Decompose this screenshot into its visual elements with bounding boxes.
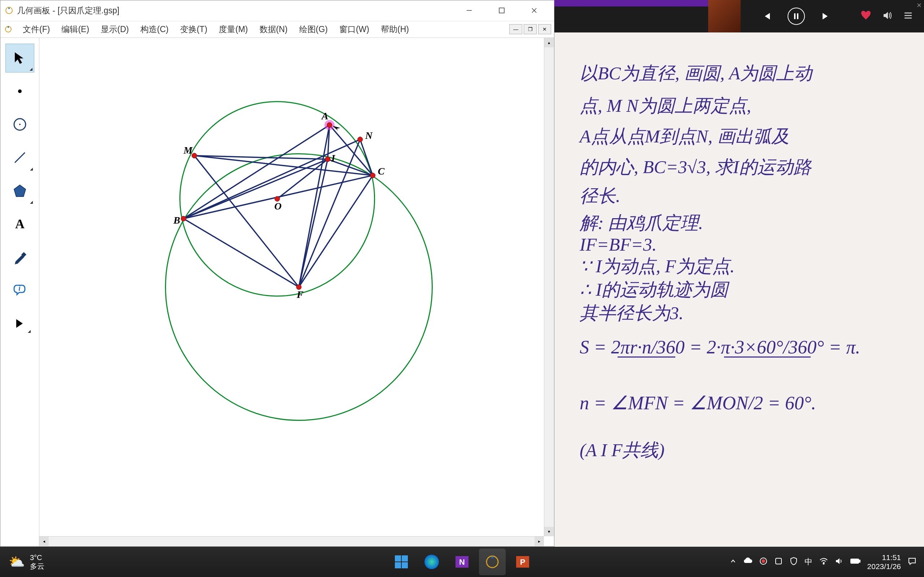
svg-point-80: [491, 556, 493, 559]
menu-file[interactable]: 文件(F): [17, 21, 56, 37]
mdi-controls: — ❐ ✕: [509, 24, 551, 34]
svg-rect-89: [851, 560, 858, 562]
taskbar-gsp[interactable]: [479, 548, 506, 575]
canvas[interactable]: ANMICOBF ▴ ▾ ◂ ▸: [39, 38, 554, 546]
handwriting: 以BC为直径, 画圆, A为圆上动点, M N为圆上两定点,A点从点M到点N, …: [554, 32, 924, 547]
tray-time: 11:51: [867, 553, 901, 562]
system-tray: 中 11:51 2023/1/26: [729, 553, 924, 571]
menu-display[interactable]: 显示(D): [95, 21, 135, 37]
svg-text:以BC为直径, 画圆, A为圆上动: 以BC为直径, 画圆, A为圆上动: [580, 63, 813, 83]
tool-text[interactable]: A: [5, 210, 34, 239]
doc-icon: [3, 24, 13, 34]
svg-line-19: [183, 125, 329, 219]
svg-text:I: I: [331, 153, 336, 164]
weather-temp: 3°C: [30, 553, 44, 562]
svg-rect-85: [775, 558, 782, 564]
svg-text:N: N: [365, 130, 373, 141]
close-button[interactable]: [518, 2, 551, 19]
tool-info[interactable]: i: [5, 276, 34, 305]
tray-wifi-icon[interactable]: [819, 556, 828, 567]
tool-point[interactable]: [5, 77, 34, 106]
svg-line-29: [299, 140, 360, 287]
mdi-restore[interactable]: ❐: [524, 24, 537, 34]
svg-text:(A I F共线): (A I F共线): [580, 440, 664, 460]
menu-window[interactable]: 窗口(W): [333, 21, 375, 37]
svg-point-1: [8, 8, 10, 9]
music-close-icon[interactable]: ✕: [916, 2, 922, 10]
start-button[interactable]: [388, 548, 415, 575]
svg-text:O: O: [274, 200, 281, 212]
mdi-minimize[interactable]: —: [509, 24, 522, 34]
svg-text:F: F: [296, 289, 304, 300]
menu-data[interactable]: 数据(N): [254, 21, 294, 37]
like-icon[interactable]: [861, 10, 871, 23]
weather-widget[interactable]: ⛅ 3°C 多云: [0, 553, 44, 571]
menu-help[interactable]: 帮助(H): [375, 21, 415, 37]
music-right-controls: [861, 10, 924, 23]
svg-rect-53: [797, 13, 798, 19]
svg-text:A: A: [321, 110, 328, 121]
svg-text:B: B: [173, 214, 180, 226]
menu-measure[interactable]: 度量(M): [213, 21, 254, 37]
playlist-icon[interactable]: [903, 10, 913, 22]
pause-button[interactable]: [788, 8, 805, 25]
tray-volume-icon[interactable]: [835, 557, 843, 567]
toolbar: A i: [0, 38, 39, 546]
tool-selection[interactable]: [5, 44, 34, 73]
tray-ime[interactable]: 中: [804, 556, 813, 567]
window-controls: [453, 2, 551, 19]
gsp-app-window: 几何画板 - [只因爪定理.gsp] 文件(F) 编辑(E) 显示(D) 构造(…: [0, 0, 554, 547]
svg-text:M: M: [183, 145, 193, 156]
svg-point-48: [181, 216, 186, 221]
tray-battery-icon[interactable]: [850, 558, 861, 567]
svg-point-7: [8, 26, 9, 28]
music-player: ✕: [554, 0, 924, 32]
menu-transform[interactable]: 变换(T): [174, 21, 213, 37]
play-controls: [759, 8, 834, 25]
volume-icon[interactable]: [882, 10, 892, 22]
prev-button[interactable]: [759, 8, 775, 24]
svg-text:i: i: [18, 284, 21, 292]
tool-custom[interactable]: [5, 309, 34, 338]
tool-polygon[interactable]: [5, 176, 34, 205]
tool-marker[interactable]: [5, 243, 34, 272]
svg-line-24: [194, 156, 299, 287]
taskbar-ppt[interactable]: P: [509, 548, 536, 575]
svg-rect-73: [402, 555, 408, 561]
tray-notification-icon[interactable]: [908, 556, 917, 567]
svg-text:A: A: [15, 217, 24, 231]
minimize-button[interactable]: [453, 2, 485, 19]
svg-point-44: [370, 173, 375, 178]
album-art[interactable]: [708, 0, 741, 32]
window-title: 几何画板 - [只因爪定理.gsp]: [17, 5, 453, 16]
scrollbar-vertical[interactable]: ▴ ▾: [544, 38, 554, 536]
svg-line-11: [15, 153, 25, 163]
titlebar: 几何画板 - [只因爪定理.gsp]: [0, 0, 554, 21]
music-accent: [554, 0, 708, 6]
tray-app-icon[interactable]: [774, 557, 783, 567]
svg-text:n = ∠MFN = ∠MON/2 = 60°.: n = ∠MFN = ∠MON/2 = 60°.: [580, 393, 816, 413]
svg-text:IF=BF=3.: IF=BF=3.: [579, 234, 657, 255]
next-button[interactable]: [818, 8, 834, 24]
mdi-close[interactable]: ✕: [538, 24, 551, 34]
svg-line-26: [299, 125, 330, 287]
taskbar-edge[interactable]: [418, 548, 445, 575]
svg-text:解: 由鸡爪定理.: 解: 由鸡爪定理.: [579, 213, 703, 233]
tool-line[interactable]: [5, 143, 34, 172]
menu-edit[interactable]: 编辑(E): [56, 21, 95, 37]
tray-security-icon[interactable]: [789, 557, 798, 567]
tray-record-icon[interactable]: [759, 557, 768, 567]
maximize-button[interactable]: [485, 2, 518, 19]
menu-construct[interactable]: 构造(C): [135, 21, 174, 37]
notes-panel[interactable]: 以BC为直径, 画圆, A为圆上动点, M N为圆上两定点,A点从点M到点N, …: [554, 32, 924, 547]
svg-text:C: C: [378, 166, 385, 177]
tool-circle[interactable]: [5, 110, 34, 139]
tray-chevron-icon[interactable]: [729, 558, 737, 567]
taskbar: ⛅ 3°C 多云 N P 中 11:51 2023/1/26: [0, 547, 924, 577]
taskbar-onenote[interactable]: N: [449, 548, 475, 575]
scrollbar-horizontal[interactable]: ◂ ▸: [39, 536, 544, 546]
tray-onedrive-icon[interactable]: [743, 556, 753, 567]
tray-clock[interactable]: 11:51 2023/1/26: [867, 553, 901, 571]
svg-text:∵ I为动点, F为定点.: ∵ I为动点, F为定点.: [580, 256, 735, 276]
menu-graph[interactable]: 绘图(G): [294, 21, 333, 37]
